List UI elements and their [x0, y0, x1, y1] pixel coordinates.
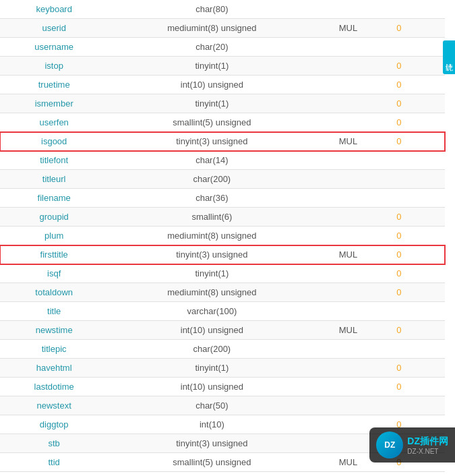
field-key	[315, 340, 380, 359]
table-row: truetimeint(10) unsigned0	[0, 76, 445, 94]
field-key: MUL	[315, 132, 380, 151]
field-name: newstext	[0, 396, 108, 415]
field-name: lastdotime	[0, 378, 108, 396]
field-default	[380, 302, 417, 321]
field-name: filename	[0, 189, 108, 208]
field-key	[315, 170, 380, 189]
table-row: lastdotimeint(10) unsigned0	[0, 378, 445, 396]
field-key	[315, 302, 380, 321]
table-row: firsttitletinyint(3) unsignedMUL0	[0, 245, 445, 264]
field-default: 0	[380, 227, 417, 245]
field-default: 0	[380, 76, 417, 94]
field-default	[380, 0, 417, 19]
field-default: 0	[380, 359, 417, 378]
field-type: char(50)	[108, 396, 315, 415]
field-name: plum	[0, 227, 108, 245]
field-type: varchar(100)	[108, 302, 315, 321]
field-default: 0	[380, 132, 417, 151]
field-extra	[418, 170, 446, 189]
table-row: isgoodtinyint(3) unsignedMUL0	[0, 132, 445, 151]
field-default: 0	[380, 264, 417, 283]
field-default	[380, 396, 417, 415]
field-extra	[418, 245, 446, 264]
field-key	[315, 189, 380, 208]
field-type: mediumint(8) unsigned	[108, 19, 315, 38]
field-type: char(14)	[108, 151, 315, 170]
field-extra	[418, 151, 446, 170]
table-row: newstimeint(10) unsignedMUL0	[0, 321, 445, 340]
field-name: ttid	[0, 453, 108, 472]
field-key	[315, 94, 380, 113]
field-type: char(20)	[108, 38, 315, 57]
field-default: 0	[380, 283, 417, 302]
field-extra	[418, 38, 446, 57]
field-default: 0	[380, 208, 417, 227]
field-key	[315, 396, 380, 415]
field-name: title	[0, 302, 108, 321]
field-key	[315, 208, 380, 227]
field-key	[315, 0, 380, 19]
field-type: tinyint(3) unsigned	[108, 434, 315, 453]
field-name: isqf	[0, 264, 108, 283]
field-key	[315, 38, 380, 57]
field-key: MUL	[315, 19, 380, 38]
field-key	[315, 283, 380, 302]
field-default	[380, 151, 417, 170]
table-row: havehtmltinyint(1)0	[0, 359, 445, 378]
field-extra	[418, 283, 446, 302]
field-extra	[418, 340, 446, 359]
field-type: tinyint(1)	[108, 57, 315, 76]
table-row: userfensmallint(5) unsigned0	[0, 113, 445, 132]
field-type: tinyint(1)	[108, 264, 315, 283]
side-tab[interactable]: 统计	[443, 40, 455, 74]
field-key	[315, 113, 380, 132]
field-type: tinyint(3) unsigned	[108, 132, 315, 151]
field-name: userid	[0, 19, 108, 38]
field-type: tinyint(3) unsigned	[108, 245, 315, 264]
watermark-name: DZ插件网	[407, 436, 448, 448]
table-row: istoptinyint(1)0	[0, 57, 445, 76]
field-extra	[418, 94, 446, 113]
field-key	[315, 227, 380, 245]
table-row: keyboardchar(80)	[0, 0, 445, 19]
watermark-url: DZ-X.NET	[407, 448, 448, 455]
field-default: 0	[380, 245, 417, 264]
field-name: diggtop	[0, 415, 108, 434]
field-type: mediumint(8) unsigned	[108, 283, 315, 302]
field-extra	[418, 76, 446, 94]
field-name: titlepic	[0, 340, 108, 359]
field-default	[380, 170, 417, 189]
field-extra	[418, 321, 446, 340]
field-extra	[418, 19, 446, 38]
field-extra	[418, 227, 446, 245]
field-name: titleurl	[0, 170, 108, 189]
field-type: tinyint(1)	[108, 94, 315, 113]
field-name: ismember	[0, 94, 108, 113]
table-row: titlefontchar(14)	[0, 151, 445, 170]
field-name: keyboard	[0, 0, 108, 19]
field-default: 0	[380, 94, 417, 113]
field-key	[315, 359, 380, 378]
field-key	[315, 57, 380, 76]
field-extra	[418, 359, 446, 378]
field-name: newstime	[0, 321, 108, 340]
field-extra	[418, 264, 446, 283]
watermark-logo: DZ	[376, 432, 403, 458]
field-type: mediumint(8) unsigned	[108, 227, 315, 245]
field-type: char(200)	[108, 340, 315, 359]
field-key	[315, 151, 380, 170]
field-name: havehtml	[0, 359, 108, 378]
field-type: int(10) unsigned	[108, 321, 315, 340]
table-row: newstextchar(50)	[0, 396, 445, 415]
field-name: truetime	[0, 76, 108, 94]
field-key	[315, 76, 380, 94]
field-key	[315, 264, 380, 283]
table-row: useridmediumint(8) unsignedMUL0	[0, 19, 445, 38]
field-default	[380, 38, 417, 57]
field-type: int(10) unsigned	[108, 378, 315, 396]
field-default: 0	[380, 19, 417, 38]
field-type: char(36)	[108, 189, 315, 208]
field-extra	[418, 0, 446, 19]
field-type: smallint(6)	[108, 208, 315, 227]
field-type: int(10)	[108, 415, 315, 434]
